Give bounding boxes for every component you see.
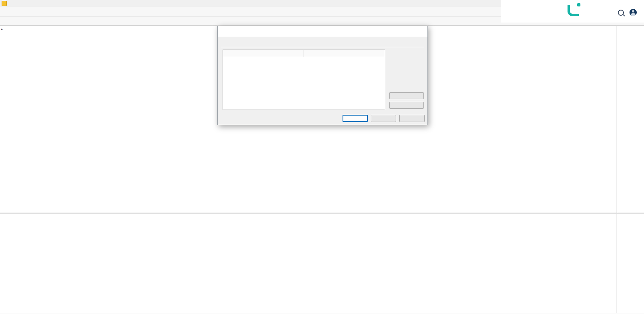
load-button[interactable] xyxy=(389,92,424,99)
time-axis xyxy=(0,313,644,325)
search-icon[interactable] xyxy=(618,10,624,16)
reset-button[interactable] xyxy=(399,115,425,122)
column-header-value[interactable] xyxy=(303,50,385,57)
cancel-button[interactable] xyxy=(371,115,396,122)
one-click-trading-toggle[interactable]: ▸ xyxy=(1,27,3,31)
parameters-table xyxy=(223,50,385,110)
user-avatar[interactable] xyxy=(630,9,637,16)
sideway-trend-chart[interactable] xyxy=(0,214,617,313)
trading-finder-logo-icon xyxy=(567,3,580,16)
indicator-axis xyxy=(617,214,644,313)
column-header-variable[interactable] xyxy=(223,50,303,57)
price-axis xyxy=(617,26,644,213)
dialog-tabs xyxy=(221,39,424,47)
save-button[interactable] xyxy=(389,102,424,109)
trading-finder-header xyxy=(501,0,644,23)
ok-button[interactable] xyxy=(343,115,368,122)
custom-indicator-dialog xyxy=(217,26,428,125)
window-splitter[interactable] xyxy=(0,213,644,214)
indicator-window[interactable] xyxy=(0,214,617,313)
symbol-label: ▸ xyxy=(1,27,7,31)
app-icon xyxy=(2,1,7,6)
table-header-row xyxy=(223,50,385,57)
dialog-titlebar[interactable] xyxy=(218,26,427,37)
